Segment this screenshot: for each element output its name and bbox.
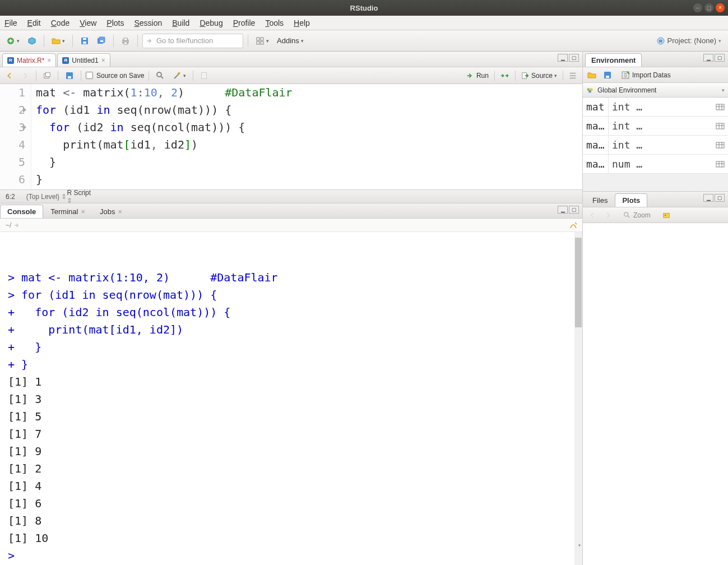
tab-terminal[interactable]: Terminal×	[43, 205, 92, 218]
new-file-button[interactable]	[3, 34, 22, 48]
table-icon[interactable]	[715, 160, 726, 169]
source-icon	[521, 72, 529, 80]
import-icon	[621, 71, 630, 80]
rerun-button[interactable]	[498, 70, 512, 82]
maximize-pane-button[interactable]: ▢	[715, 54, 725, 62]
table-icon[interactable]	[715, 141, 726, 150]
source-tabs: R Matrix.R* × R Untitled1 × ▁ ▢	[0, 52, 582, 67]
environment-toolbar: Import Datas	[583, 67, 728, 83]
folder-open-icon	[52, 36, 61, 45]
show-in-new-window-button[interactable]	[41, 70, 53, 82]
compile-report-button[interactable]	[198, 70, 210, 82]
working-dir: ~/	[6, 221, 11, 229]
arrow-right-icon	[21, 72, 29, 80]
menu-debug[interactable]: Debug	[200, 18, 222, 27]
env-row[interactable]: ma…int …	[583, 117, 728, 136]
menu-session[interactable]: Session	[134, 18, 162, 27]
plot-next-button[interactable]	[602, 209, 614, 221]
import-dataset-button[interactable]: Import Datas	[619, 69, 673, 81]
file-tab-matrix[interactable]: R Matrix.R* ×	[2, 53, 56, 67]
project-menu[interactable]: R Project: (None) ▾	[656, 36, 725, 45]
window-close-button[interactable]: ×	[716, 3, 725, 12]
console-path-bar: ~/	[0, 219, 582, 232]
menu-file[interactable]: File	[4, 18, 17, 27]
close-tab-icon[interactable]: ×	[47, 57, 51, 64]
popout-icon[interactable]	[13, 222, 20, 229]
menu-edit[interactable]: Edit	[27, 18, 41, 27]
minimize-pane-button[interactable]: ▁	[703, 54, 713, 62]
plot-prev-button[interactable]	[586, 209, 599, 221]
menu-profile[interactable]: Profile	[233, 18, 256, 27]
svg-rect-31	[716, 142, 724, 148]
menu-view[interactable]: View	[80, 18, 96, 27]
editor-body[interactable]: 123456 mat <- matrix(1:10, 2) #DataFlair…	[0, 84, 582, 189]
svg-rect-34	[663, 213, 669, 217]
print-button[interactable]	[118, 34, 133, 48]
menu-tools[interactable]: Tools	[265, 18, 284, 27]
editor-statusbar: 6:2 (Top Level) R Script ⇕	[0, 189, 582, 203]
environment-grid: matint …ma…int …ma…int …ma…num …	[583, 98, 728, 174]
maximize-pane-button[interactable]: ▢	[715, 194, 725, 202]
addins-button[interactable]: Addins	[274, 34, 307, 48]
goto-file-function-input[interactable]: Go to file/function	[142, 34, 243, 48]
open-file-button[interactable]	[49, 34, 68, 48]
close-tab-icon[interactable]: ×	[101, 57, 105, 64]
load-workspace-button[interactable]	[585, 69, 599, 81]
menu-help[interactable]: Help	[294, 18, 310, 27]
file-type[interactable]: R Script ⇕	[67, 189, 577, 205]
console-scrollbar[interactable]: ▾	[574, 232, 582, 565]
back-button[interactable]	[3, 70, 16, 82]
menu-code[interactable]: Code	[51, 18, 69, 27]
find-button[interactable]	[154, 70, 167, 82]
source-on-save-checkbox[interactable]	[86, 72, 93, 79]
clear-console-icon[interactable]	[569, 221, 578, 230]
svg-rect-11	[261, 38, 263, 40]
window-minimize-button[interactable]: –	[693, 3, 702, 12]
minimize-pane-button[interactable]: ▁	[558, 206, 568, 214]
env-row[interactable]: ma…num …	[583, 155, 728, 174]
svg-rect-12	[257, 41, 259, 44]
tab-environment[interactable]: Environment	[585, 53, 642, 67]
zoom-button[interactable]: Zoom	[621, 209, 653, 221]
env-row[interactable]: ma…int …	[583, 136, 728, 155]
maximize-pane-button[interactable]: ▢	[569, 206, 579, 214]
code-tools-button[interactable]	[170, 70, 188, 82]
tab-jobs[interactable]: Jobs×	[92, 205, 129, 218]
code-area[interactable]: mat <- matrix(1:10, 2) #DataFlairfor (id…	[31, 84, 582, 189]
maximize-pane-button[interactable]: ▢	[569, 54, 579, 62]
tab-console[interactable]: Console	[0, 205, 43, 218]
table-icon[interactable]	[715, 103, 726, 112]
save-all-button[interactable]	[94, 34, 109, 48]
console-output[interactable]: > mat <- matrix(1:10, 2) #DataFlair> for…	[0, 232, 582, 565]
save-button[interactable]	[77, 34, 92, 48]
plots-toolbar: Zoom	[583, 207, 728, 223]
workspace-panes-button[interactable]	[253, 34, 272, 48]
window-titlebar: RStudio – ◻ ×	[0, 0, 728, 16]
save-file-button[interactable]	[63, 70, 76, 82]
goto-arrow-icon	[146, 38, 153, 44]
zoom-icon	[623, 211, 631, 219]
save-workspace-button[interactable]	[601, 69, 614, 81]
env-row[interactable]: matint …	[583, 98, 728, 117]
new-project-button[interactable]	[25, 34, 39, 48]
table-icon[interactable]	[715, 122, 726, 131]
save-icon	[80, 36, 89, 45]
window-maximize-button[interactable]: ◻	[704, 3, 713, 12]
forward-button[interactable]	[19, 70, 31, 82]
file-tab-untitled[interactable]: R Untitled1 ×	[57, 53, 110, 67]
source-button[interactable]: Source	[519, 70, 559, 82]
scope-indicator[interactable]: (Top Level)	[26, 193, 67, 201]
environment-tabs: Environment ▁ ▢	[583, 52, 728, 67]
minimize-pane-button[interactable]: ▁	[703, 194, 713, 202]
tab-files[interactable]: Files	[585, 193, 615, 207]
environment-scope[interactable]: Global Environment ▾	[583, 83, 728, 98]
export-plot-button[interactable]	[660, 209, 673, 221]
menu-build[interactable]: Build	[172, 18, 189, 27]
minimize-pane-button[interactable]: ▁	[558, 54, 568, 62]
svg-rect-3	[83, 38, 86, 40]
outline-button[interactable]	[567, 70, 579, 82]
menu-plots[interactable]: Plots	[106, 18, 124, 27]
editor-toolbar: Source on Save Run Source	[0, 67, 582, 84]
tab-plots[interactable]: Plots	[615, 193, 647, 207]
run-button[interactable]: Run	[464, 70, 491, 82]
